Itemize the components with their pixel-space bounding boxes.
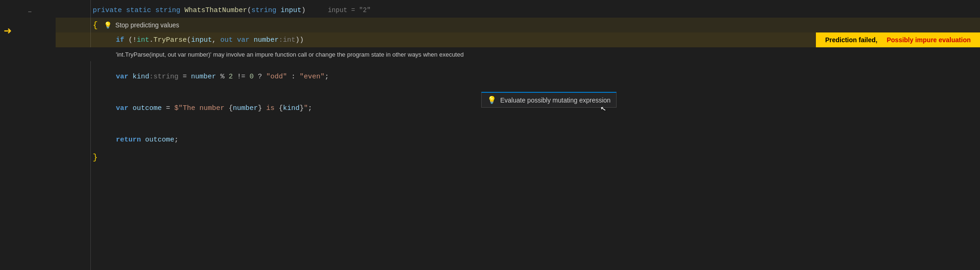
keyword-var: var [237, 36, 249, 44]
tooltip-bulb-icon: 💡 [487, 96, 496, 104]
keyword-string: string [155, 6, 180, 14]
str-quote2: " [304, 104, 308, 112]
keyword-var1: var [116, 73, 128, 81]
code-area: private static string WhatsThatNumber(st… [56, 0, 980, 270]
semicolon3: ; [174, 136, 178, 144]
param-input: input [280, 6, 301, 14]
keyword-static: static [126, 6, 151, 14]
evaluate-tooltip[interactable]: 💡 Evaluate possibly mutating expression [481, 92, 617, 108]
warning-text: 'int.TryParse(input, out var number)' ma… [116, 51, 464, 58]
hint-input: input = "2" [328, 6, 370, 14]
code-line-brace-close: } [56, 148, 980, 166]
dot: . [149, 36, 153, 44]
debugger-arrow: ➜ [4, 25, 12, 39]
semicolon2: ; [308, 104, 312, 112]
str-the: The number [183, 104, 229, 112]
prediction-impure-text: Possibly impure evaluation [887, 36, 971, 44]
code-line-method-signature: private static string WhatsThatNumber(st… [56, 3, 980, 18]
var-number: number [254, 36, 279, 44]
brace-open3: { [279, 104, 283, 112]
paren-open: ( [247, 6, 251, 14]
percent: % [220, 73, 224, 81]
brace-open: { [93, 20, 98, 30]
keyword-private: private [93, 6, 122, 14]
evaluate-tooltip-label[interactable]: Evaluate possibly mutating expression [500, 96, 611, 104]
code-line-var-kind: var kind:string = number % 2 != 0 ? "odd… [56, 68, 980, 85]
semicolon1: ; [325, 73, 329, 81]
param-input2: input [191, 36, 212, 44]
editor-container: − ➜ private static string WhatsThatNumbe… [0, 0, 980, 270]
code-line-blank1 [56, 61, 980, 68]
collapse-button[interactable]: − [28, 5, 32, 19]
keyword-var2: var [116, 104, 128, 112]
paren-open2: ( [128, 36, 133, 44]
eq-sign: = [183, 73, 187, 81]
code-line-brace-open: { 💡 Stop predicting values [56, 18, 980, 32]
num-0: 0 [249, 73, 254, 81]
var-number2: number [191, 73, 216, 81]
interp-number: number [233, 104, 258, 112]
var-outcome-name: outcome [133, 104, 162, 112]
str-odd: "odd" [266, 73, 287, 81]
keyword-out: out [220, 36, 233, 44]
fn-tryparse: TryParse [153, 36, 187, 44]
brace-close-main: } [93, 153, 98, 162]
var-kind-name: kind [133, 73, 149, 81]
paren-close: ) [301, 6, 305, 14]
str-is: is [262, 104, 279, 112]
interp-kind: kind [283, 104, 299, 112]
gutter: − ➜ [0, 0, 56, 270]
brace-close2: } [258, 104, 262, 112]
method-name: WhatsThatNumber [185, 6, 247, 14]
dollar-sign: $ [174, 104, 178, 112]
var-outcome2: outcome [145, 136, 174, 144]
comma: , [212, 36, 216, 44]
type-hint-int: :int [279, 36, 295, 44]
close-parens: )) [295, 36, 304, 44]
prediction-failed-text: Prediction failed, [825, 36, 878, 44]
keyword-return: return [116, 136, 141, 144]
colon: : [291, 73, 295, 81]
keyword-if: if [116, 36, 124, 44]
stop-predicting-text[interactable]: Stop predicting values [115, 21, 179, 29]
code-line-return: return outcome; [56, 131, 980, 148]
eq2: = [166, 104, 170, 112]
warning-text-line: 'int.TryParse(input, out var number)' ma… [56, 47, 980, 61]
code-line-blank3 [56, 117, 980, 131]
str-quote1: " [178, 104, 183, 112]
keyword-string2: string [251, 6, 276, 14]
lightbulb-icon[interactable]: 💡 [103, 20, 113, 30]
prediction-banner: Prediction failed, Possibly impure evalu… [816, 32, 980, 47]
brace-close3: } [299, 104, 304, 112]
paren-open3: ( [187, 36, 191, 44]
type-hint-string: :string [149, 73, 178, 81]
type-int: int [137, 36, 149, 44]
num-2: 2 [229, 73, 233, 81]
exclaim: ! [133, 36, 137, 44]
code-line-if: if (!int.TryParse(input, out var number:… [56, 32, 980, 47]
brace-open2: { [229, 104, 233, 112]
str-even: "even" [299, 73, 325, 81]
ternary-q: ? [258, 73, 262, 81]
not-eq: != [237, 73, 245, 81]
